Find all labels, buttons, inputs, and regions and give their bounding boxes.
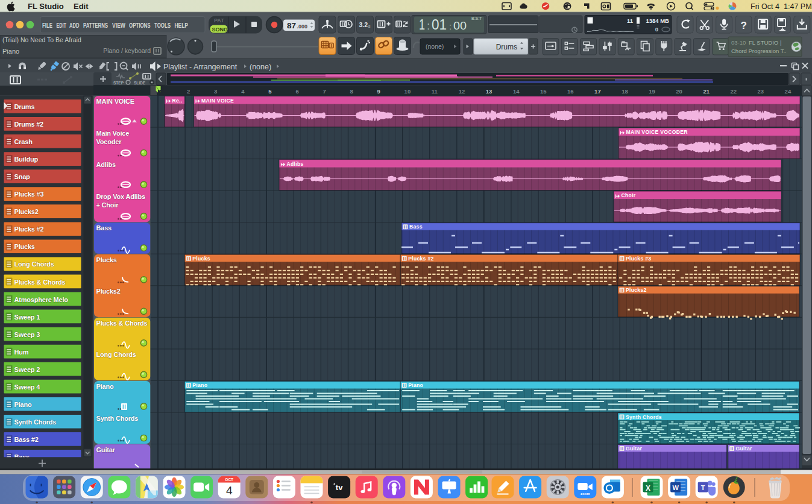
svg-text:Bass: Bass bbox=[409, 224, 423, 230]
svg-text:Piano: Piano bbox=[2, 48, 19, 55]
svg-text:0: 0 bbox=[655, 26, 658, 33]
svg-text:Plucks: Plucks bbox=[192, 256, 210, 262]
svg-text:Long Chords: Long Chords bbox=[96, 351, 136, 358]
svg-text:Guitar: Guitar bbox=[96, 446, 116, 453]
svg-text:Drums #2: Drums #2 bbox=[14, 121, 44, 128]
svg-text:4: 4 bbox=[226, 484, 233, 497]
svg-text:Piano / keyboard: Piano / keyboard bbox=[103, 47, 151, 54]
svg-text:Drums: Drums bbox=[14, 103, 35, 110]
svg-text:Sweep 4: Sweep 4 bbox=[14, 383, 41, 391]
svg-text:MAIN VOICE: MAIN VOICE bbox=[201, 98, 234, 104]
svg-text:20: 20 bbox=[676, 88, 682, 95]
svg-text:03-10: 03-10 bbox=[731, 39, 746, 46]
svg-text:(Trial) No Need To Be Afraid: (Trial) No Need To Be Afraid bbox=[2, 36, 81, 43]
svg-text:VIEW: VIEW bbox=[112, 22, 125, 29]
svg-text:Drums: Drums bbox=[496, 43, 517, 51]
svg-text:01: 01 bbox=[432, 16, 447, 33]
svg-text:11: 11 bbox=[627, 17, 634, 24]
svg-text:1:47 PM: 1:47 PM bbox=[784, 2, 812, 11]
svg-text:SLIDE: SLIDE bbox=[134, 81, 146, 85]
svg-text:23: 23 bbox=[758, 88, 764, 95]
svg-text:Playlist - Arrangement: Playlist - Arrangement bbox=[163, 63, 238, 71]
svg-text:W: W bbox=[672, 484, 679, 491]
svg-text:12: 12 bbox=[459, 88, 465, 95]
svg-text:(none): (none) bbox=[250, 63, 271, 71]
svg-text:22: 22 bbox=[731, 88, 737, 95]
svg-text:Chord Progression T..: Chord Progression T.. bbox=[731, 48, 787, 54]
svg-text:Snap: Snap bbox=[14, 173, 31, 180]
svg-text:4: 4 bbox=[241, 88, 245, 95]
svg-text:?: ? bbox=[740, 20, 746, 31]
svg-text:OPTIONS: OPTIONS bbox=[129, 22, 151, 29]
svg-text:Vocoder: Vocoder bbox=[96, 138, 122, 145]
svg-text:Buildup: Buildup bbox=[14, 156, 39, 163]
svg-text:19: 19 bbox=[649, 88, 655, 95]
svg-text:8: 8 bbox=[350, 88, 353, 95]
svg-text:Synth Chords: Synth Chords bbox=[626, 414, 662, 420]
svg-text:6: 6 bbox=[295, 88, 298, 95]
svg-text:1: 1 bbox=[419, 16, 425, 33]
svg-text:X: X bbox=[646, 484, 650, 493]
svg-text:13: 13 bbox=[486, 88, 493, 95]
svg-text:ADD: ADD bbox=[69, 22, 80, 29]
svg-text::: : bbox=[427, 19, 430, 32]
svg-text:Guitar: Guitar bbox=[626, 446, 642, 452]
svg-text:PATTERNS: PATTERNS bbox=[83, 22, 108, 29]
svg-text:Hum: Hum bbox=[14, 348, 29, 356]
svg-text:Plucks & Chords: Plucks & Chords bbox=[96, 320, 148, 327]
svg-text:Crash: Crash bbox=[14, 138, 33, 145]
svg-text:Synth Chords: Synth Chords bbox=[96, 415, 139, 422]
svg-text:Piano: Piano bbox=[192, 382, 207, 388]
svg-text:Piano: Piano bbox=[408, 382, 423, 388]
svg-text:Plucks #3: Plucks #3 bbox=[14, 191, 44, 198]
svg-text:17: 17 bbox=[594, 88, 601, 95]
svg-text:Plucks #2: Plucks #2 bbox=[14, 225, 44, 233]
svg-text:Plucks2: Plucks2 bbox=[14, 208, 39, 215]
svg-text:87: 87 bbox=[287, 21, 296, 30]
svg-text:(none): (none) bbox=[426, 43, 444, 50]
svg-text:PAT: PAT bbox=[214, 17, 224, 24]
svg-text:tv: tv bbox=[336, 483, 343, 492]
svg-text:24: 24 bbox=[785, 88, 792, 95]
svg-text:14: 14 bbox=[513, 88, 520, 95]
svg-text:5: 5 bbox=[268, 88, 272, 95]
svg-text:Long Chords: Long Chords bbox=[14, 260, 54, 268]
svg-text:Sweep 1: Sweep 1 bbox=[14, 313, 40, 321]
svg-text:Piano: Piano bbox=[14, 401, 32, 408]
svg-text:Piano: Piano bbox=[96, 383, 114, 390]
svg-text:Plucks: Plucks bbox=[14, 243, 35, 250]
svg-text:EDIT: EDIT bbox=[57, 22, 67, 29]
svg-text:Adlibs: Adlibs bbox=[96, 161, 116, 168]
svg-text:s: s bbox=[368, 24, 371, 29]
svg-text:Bass #2: Bass #2 bbox=[14, 436, 39, 443]
svg-text:HELP: HELP bbox=[175, 22, 189, 29]
svg-text:18: 18 bbox=[622, 88, 628, 95]
svg-text:15: 15 bbox=[540, 88, 547, 95]
svg-text:T: T bbox=[701, 484, 705, 491]
svg-text:2: 2 bbox=[187, 88, 190, 95]
svg-text:B:S:T: B:S:T bbox=[471, 16, 482, 20]
svg-text:Drop Vox Adlibs: Drop Vox Adlibs bbox=[96, 193, 145, 200]
svg-text:zoom: zoom bbox=[581, 492, 590, 496]
svg-text:Plucks & Chords: Plucks & Chords bbox=[14, 279, 66, 286]
svg-text:Synth Chords: Synth Chords bbox=[14, 418, 57, 426]
svg-text:Edit: Edit bbox=[74, 2, 89, 11]
svg-text:7: 7 bbox=[323, 88, 326, 95]
svg-text:10: 10 bbox=[404, 88, 411, 95]
svg-text:Guitar: Guitar bbox=[736, 446, 752, 452]
svg-text:Plucks2: Plucks2 bbox=[626, 287, 647, 293]
svg-text:Choir: Choir bbox=[622, 192, 636, 198]
svg-text:Main Voice: Main Voice bbox=[96, 130, 130, 137]
svg-text:Re..: Re.. bbox=[172, 98, 183, 104]
svg-text:FL STUDIO |: FL STUDIO | bbox=[749, 39, 781, 46]
svg-text:3: 3 bbox=[214, 88, 217, 95]
svg-text:FL Studio: FL Studio bbox=[28, 2, 64, 11]
svg-text:00: 00 bbox=[453, 19, 467, 32]
svg-text:Atmosphere Melo: Atmosphere Melo bbox=[14, 296, 69, 303]
svg-text:Plucks: Plucks bbox=[96, 256, 117, 263]
svg-text:Plucks #3: Plucks #3 bbox=[626, 256, 651, 262]
svg-text:MAIN VOICE VOCODER: MAIN VOICE VOCODER bbox=[626, 129, 688, 135]
svg-text:+ Choir: + Choir bbox=[96, 201, 119, 209]
svg-text:FILE: FILE bbox=[42, 22, 52, 29]
svg-text:16: 16 bbox=[567, 88, 574, 95]
